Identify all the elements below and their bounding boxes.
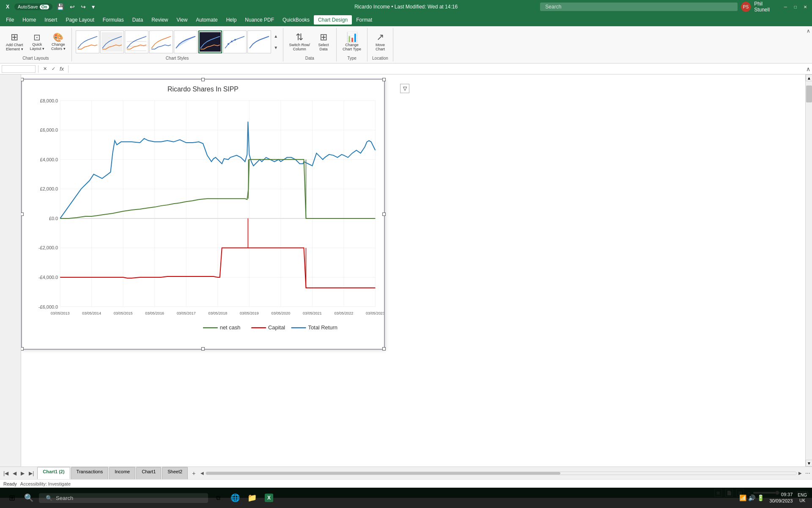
menu-insert[interactable]: Insert — [40, 15, 61, 25]
scroll-up-btn[interactable]: ▲ — [806, 75, 812, 81]
sheet-tab-chart1-2[interactable]: Chart1 (2) — [37, 467, 70, 479]
search-taskbar-icon[interactable]: 🔍 — [22, 491, 36, 505]
chart-style-7[interactable] — [223, 30, 247, 53]
formula-expand-btn[interactable]: ∧ — [806, 66, 810, 72]
menu-automate[interactable]: Automate — [192, 15, 222, 25]
volume-icon[interactable]: 🔊 — [748, 494, 755, 501]
main-area: + ✏ ▽ Ricardo Shares In SIPP — [0, 75, 812, 467]
menu-page-layout[interactable]: Page Layout — [61, 15, 98, 25]
switch-row-column-btn[interactable]: ⇅ Switch Row/Column — [287, 31, 313, 53]
handle-br[interactable] — [382, 347, 386, 351]
chart-container[interactable]: + ✏ ▽ Ricardo Shares In SIPP — [21, 79, 385, 350]
close-btn[interactable]: ✕ — [802, 3, 809, 10]
bottom-scroll-thumb[interactable] — [206, 472, 560, 475]
svg-text:03/05/2015: 03/05/2015 — [114, 311, 133, 315]
formula-input[interactable] — [71, 65, 804, 73]
menu-data[interactable]: Data — [128, 15, 147, 25]
chart-style-2[interactable] — [100, 30, 124, 53]
chart-style-1[interactable] — [76, 30, 99, 53]
menu-nuance[interactable]: Nuance PDF — [241, 15, 278, 25]
taskbar-search-box[interactable]: 🔍 Search — [39, 493, 208, 503]
menu-home[interactable]: Home — [18, 15, 40, 25]
menu-format[interactable]: Format — [352, 15, 376, 25]
chart-filters-btn[interactable]: ▽ — [400, 84, 409, 93]
svg-text:03/05/2023: 03/05/2023 — [366, 311, 384, 315]
tab-prev-prev[interactable]: |◀ — [2, 469, 10, 477]
handle-tr[interactable] — [382, 78, 386, 81]
scroll-left-btn[interactable]: ◀ — [200, 471, 204, 475]
function-btn[interactable]: fx — [58, 65, 66, 73]
handle-bm[interactable] — [201, 347, 205, 351]
move-chart-btn[interactable]: ↗ MoveChart — [371, 31, 390, 53]
taskbar-clock[interactable]: 09:37 30/09/2023 — [769, 491, 793, 505]
menu-help[interactable]: Help — [222, 15, 241, 25]
handle-tm[interactable] — [201, 78, 205, 81]
accessibility-status[interactable]: Accessibility: Investigate — [20, 481, 71, 486]
select-data-btn[interactable]: ⊞ SelectData — [314, 31, 333, 53]
style-scroll-arrows: ▲ ▼ — [273, 30, 279, 53]
sheet-options-btn[interactable]: ⋯ — [805, 470, 810, 476]
user-avatar[interactable]: PS — [741, 2, 751, 12]
add-chart-element-icon: ⊞ — [11, 33, 18, 42]
chart-style-4[interactable] — [149, 30, 173, 53]
locale-indicator[interactable]: ENG UK — [798, 492, 807, 503]
scroll-right-btn[interactable]: ▶ — [798, 471, 802, 475]
chart-style-5[interactable] — [174, 30, 198, 53]
sheet-tab-sheet2[interactable]: Sheet2 — [162, 467, 188, 479]
network-icon[interactable]: 📶 — [739, 494, 746, 501]
scroll-thumb-v[interactable] — [806, 86, 812, 102]
tab-navigation: |◀ ◀ ▶ ▶| — [0, 467, 37, 479]
tab-next[interactable]: ▶ — [19, 469, 26, 477]
menu-quickbooks[interactable]: QuickBooks — [278, 15, 314, 25]
file-explorer-icon[interactable]: 📁 — [245, 491, 259, 505]
window-title: Ricardo Income • Last Modified: Wed at 1… — [354, 4, 458, 10]
customize-btn[interactable]: ▾ — [90, 3, 96, 11]
change-chart-type-btn[interactable]: 📊 ChangeChart Type — [340, 31, 364, 53]
svg-text:03/05/2018: 03/05/2018 — [208, 311, 227, 315]
ribbon-collapse-btn[interactable]: ∧ — [807, 28, 810, 34]
redo-btn[interactable]: ↪ — [79, 3, 88, 11]
chart-style-3[interactable] — [125, 30, 148, 53]
undo-btn[interactable]: ↩ — [68, 3, 77, 11]
chart-style-8[interactable] — [247, 30, 271, 53]
menu-formulas[interactable]: Formulas — [99, 15, 128, 25]
autosave-toggle[interactable]: AutoSave On — [14, 3, 52, 10]
tab-prev[interactable]: ◀ — [11, 469, 18, 477]
formula-bar-divider — [38, 65, 38, 73]
excel-taskbar-icon[interactable]: X — [262, 491, 276, 505]
ribbon-group-location: ↗ MoveChart Location — [368, 28, 393, 61]
cancel-formula-btn[interactable]: ✕ — [41, 65, 49, 73]
style-scroll-down[interactable]: ▼ — [273, 44, 279, 51]
handle-mr[interactable] — [382, 213, 386, 216]
formula-bar: ✕ ✓ fx ∧ — [0, 64, 812, 75]
sheet-tab-chart1[interactable]: Chart1 — [136, 467, 161, 479]
sheet-tab-transactions[interactable]: Transactions — [71, 467, 109, 479]
scroll-down-btn[interactable]: ▼ — [806, 460, 812, 467]
sheet-tab-income[interactable]: Income — [109, 467, 135, 479]
restore-btn[interactable]: □ — [792, 3, 799, 10]
save-btn[interactable]: 💾 — [55, 3, 66, 11]
add-sheet-btn[interactable]: + — [189, 467, 199, 479]
tab-next-next[interactable]: ▶| — [27, 469, 36, 477]
right-scrollbar[interactable]: ▲ ▼ — [805, 75, 812, 467]
menu-file[interactable]: File — [2, 15, 18, 25]
menu-view[interactable]: View — [173, 15, 192, 25]
svg-rect-13 — [249, 32, 270, 52]
change-colors-btn[interactable]: 🎨 ChangeColors ▾ — [49, 31, 68, 52]
minimize-btn[interactable]: ─ — [782, 3, 789, 10]
chart-style-6[interactable] — [198, 30, 222, 53]
accept-formula-btn[interactable]: ✓ — [49, 65, 57, 73]
edge-icon[interactable]: 🌐 — [228, 491, 242, 505]
search-input[interactable] — [540, 3, 738, 11]
style-scroll-up[interactable]: ▲ — [273, 33, 279, 39]
menu-review[interactable]: Review — [147, 15, 172, 25]
quick-layout-btn[interactable]: ⊡ QuickLayout ▾ — [27, 31, 47, 52]
task-view-btn[interactable]: ⧉ — [211, 491, 225, 505]
ribbon-group-chart-layouts: ⊞ Add ChartElement ▾ ⊡ QuickLayout ▾ 🎨 C… — [0, 28, 72, 61]
battery-icon[interactable]: 🔋 — [757, 494, 764, 501]
type-group-label: Type — [337, 56, 367, 61]
menu-chart-design[interactable]: Chart Design — [314, 15, 352, 25]
add-chart-element-btn[interactable]: ⊞ Add ChartElement ▾ — [3, 31, 26, 53]
start-btn[interactable]: ⊞ — [5, 491, 19, 505]
name-box[interactable] — [2, 65, 36, 73]
